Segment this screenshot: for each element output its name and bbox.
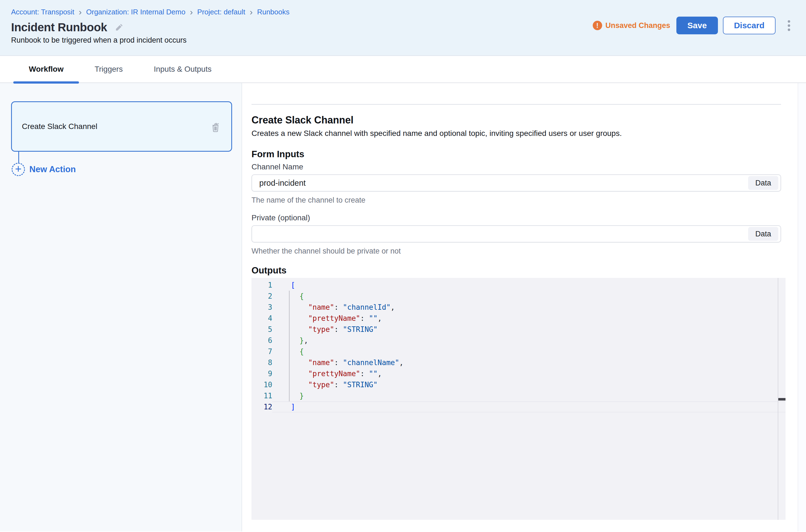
channel-name-help: The name of the channel to create <box>252 195 781 205</box>
line-number: 2 <box>252 291 272 302</box>
breadcrumb-runbooks-link[interactable]: Runbooks <box>257 7 290 17</box>
save-button[interactable]: Save <box>676 17 718 34</box>
code-line[interactable]: 3 "name": "channelId", <box>252 302 786 313</box>
tab-label: Workflow <box>29 65 63 74</box>
line-number: 9 <box>252 368 272 379</box>
page-title: Incident Runbook <box>11 20 107 34</box>
code-line[interactable]: 9 "prettyName": "", <box>252 368 786 379</box>
discard-button[interactable]: Discard <box>723 17 775 34</box>
line-number: 11 <box>252 390 272 401</box>
code-text: } <box>272 390 786 401</box>
chevron-right-icon: › <box>79 8 82 16</box>
code-text: [ <box>272 280 786 291</box>
tab-label: Inputs & Outputs <box>154 65 212 74</box>
editor-scrollbar-thumb[interactable] <box>778 398 786 400</box>
trash-icon[interactable] <box>210 120 221 133</box>
channel-name-label: Channel Name <box>252 162 781 172</box>
new-action-label: New Action <box>29 165 76 174</box>
outputs-code-editor[interactable]: 1[2 {3 "name": "channelId",4 "prettyName… <box>252 278 786 520</box>
unsaved-changes-status: ! Unsaved Changes <box>593 21 670 30</box>
new-action-button[interactable]: + New Action <box>12 163 232 176</box>
code-line[interactable]: 5 "type": "STRING" <box>252 324 786 335</box>
detail-divider <box>252 104 781 104</box>
action-detail-panel: Create Slack Channel Creates a new Slack… <box>242 83 798 531</box>
action-card-create-slack-channel[interactable]: Create Slack Channel <box>11 101 232 152</box>
channel-name-data-button[interactable]: Data <box>748 176 778 190</box>
page-subtitle: Runbook to be triggered when a prod inci… <box>11 35 795 45</box>
line-number: 8 <box>252 357 272 368</box>
code-lines: 1[2 {3 "name": "channelId",4 "prettyName… <box>252 280 786 413</box>
breadcrumb-organization-link[interactable]: Organization: IR Internal Demo <box>86 7 185 17</box>
tab-triggers[interactable]: Triggers <box>79 56 138 82</box>
code-line[interactable]: 10 "type": "STRING" <box>252 379 786 390</box>
form-inputs-heading: Form Inputs <box>252 148 781 160</box>
line-number: 6 <box>252 335 272 346</box>
kebab-menu-icon[interactable] <box>784 17 794 34</box>
code-line[interactable]: 8 "name": "channelName", <box>252 357 786 368</box>
field-private: Private (optional) Data Whether the chan… <box>252 213 781 256</box>
tab-label: Triggers <box>94 65 123 74</box>
code-line[interactable]: 4 "prettyName": "", <box>252 313 786 324</box>
code-text: }, <box>272 335 786 346</box>
unsaved-changes-label: Unsaved Changes <box>605 21 670 30</box>
alert-circle-icon: ! <box>593 21 602 30</box>
outputs-heading: Outputs <box>252 265 781 276</box>
code-line[interactable]: 11 } <box>252 390 786 401</box>
code-text: "name": "channelId", <box>272 302 786 313</box>
action-detail-title: Create Slack Channel <box>252 114 781 126</box>
line-number: 12 <box>252 401 272 413</box>
code-text: { <box>272 291 786 302</box>
page-header: Account: Transposit › Organization: IR I… <box>0 0 806 56</box>
code-text: { <box>272 346 786 357</box>
header-actions: ! Unsaved Changes Save Discard <box>593 17 794 34</box>
code-text: "type": "STRING" <box>272 324 786 335</box>
private-input[interactable] <box>252 225 781 243</box>
line-number: 7 <box>252 346 272 357</box>
breadcrumb: Account: Transposit › Organization: IR I… <box>11 0 795 17</box>
code-text: "prettyName": "", <box>272 313 786 324</box>
line-number: 1 <box>252 280 272 291</box>
line-number: 3 <box>252 302 272 313</box>
code-line[interactable]: 6 }, <box>252 335 786 346</box>
chevron-right-icon: › <box>250 8 253 16</box>
code-text: ] <box>272 401 786 413</box>
tab-workflow[interactable]: Workflow <box>13 56 79 82</box>
line-number: 10 <box>252 379 272 390</box>
chevron-right-icon: › <box>190 8 193 16</box>
channel-name-input[interactable] <box>252 174 781 192</box>
action-card-title: Create Slack Channel <box>22 122 97 131</box>
code-line[interactable]: 7 { <box>252 346 786 357</box>
plus-circle-icon: + <box>12 163 25 176</box>
action-detail-description: Creates a new Slack channel with specifi… <box>252 129 781 138</box>
private-label: Private (optional) <box>252 213 781 223</box>
line-number: 5 <box>252 324 272 335</box>
code-text: "name": "channelName", <box>272 357 786 368</box>
code-line[interactable]: 12] <box>252 401 786 413</box>
edit-pencil-icon[interactable] <box>114 23 124 32</box>
workflow-steps-panel: Create Slack Channel + New Action <box>0 83 242 531</box>
private-data-button[interactable]: Data <box>748 227 778 241</box>
line-number: 4 <box>252 313 272 324</box>
code-text: "type": "STRING" <box>272 379 786 390</box>
code-line[interactable]: 1[ <box>252 280 786 291</box>
tab-bar: Workflow Triggers Inputs & Outputs <box>0 56 806 83</box>
indent-guide-line <box>289 291 290 401</box>
breadcrumb-account-link[interactable]: Account: Transposit <box>11 7 74 17</box>
code-text: "prettyName": "", <box>272 368 786 379</box>
workflow-connector-line <box>18 152 19 163</box>
field-channel-name: Channel Name Data The name of the channe… <box>252 162 781 205</box>
tab-inputs-outputs[interactable]: Inputs & Outputs <box>138 56 227 82</box>
breadcrumb-project-link[interactable]: Project: default <box>197 7 245 17</box>
page-scrollbar[interactable] <box>798 83 806 531</box>
code-line[interactable]: 2 { <box>252 291 786 302</box>
private-help: Whether the channel should be private or… <box>252 246 781 256</box>
